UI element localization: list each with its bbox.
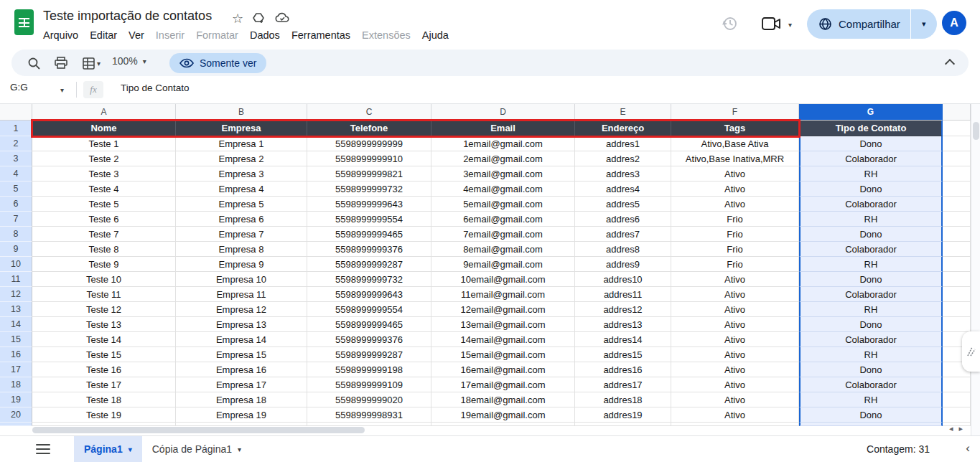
cell-B20[interactable]: Empresa 19: [176, 407, 307, 423]
cell-C7[interactable]: 5598999999554: [307, 212, 431, 227]
row-header-13[interactable]: 13: [0, 302, 32, 317]
vertical-scrollbar-thumb[interactable]: [973, 122, 979, 140]
cell-G9[interactable]: Colaborador: [799, 242, 943, 257]
cell-F20[interactable]: Ativo: [671, 407, 799, 423]
cell-A11[interactable]: Teste 10: [32, 272, 176, 287]
cell-D1[interactable]: Email: [431, 121, 575, 136]
row-header-21[interactable]: [0, 423, 32, 426]
cell-B7[interactable]: Empresa 6: [176, 212, 307, 227]
cloud-saved-icon[interactable]: [274, 11, 290, 27]
share-dropdown-caret[interactable]: ▾: [911, 19, 937, 29]
cell-C4[interactable]: 5598999999821: [307, 166, 431, 182]
avatar[interactable]: A: [942, 11, 966, 35]
cell-F15[interactable]: Ativo: [671, 332, 799, 347]
side-panel-handle[interactable]: [962, 331, 980, 372]
share-button[interactable]: Compartilhar: [807, 9, 910, 39]
cell-stub-20[interactable]: [943, 407, 971, 423]
column-header-B[interactable]: B: [176, 104, 307, 121]
column-header-A[interactable]: A: [32, 104, 176, 121]
video-call-icon[interactable]: [761, 16, 784, 32]
row-header-1[interactable]: 1: [0, 121, 32, 136]
cell-B6[interactable]: Empresa 5: [176, 197, 307, 212]
cell-C2[interactable]: 5598999999999: [307, 136, 431, 151]
cell-A17[interactable]: Teste 16: [32, 362, 176, 377]
cell-A6[interactable]: Teste 5: [32, 197, 176, 212]
cell-stub-14[interactable]: [943, 317, 971, 332]
cell-F19[interactable]: Ativo: [671, 392, 799, 407]
cell-B21[interactable]: [176, 423, 307, 426]
row-header-15[interactable]: 15: [0, 332, 32, 347]
cell-F11[interactable]: Ativo: [671, 272, 799, 287]
column-header-C[interactable]: C: [307, 104, 431, 121]
row-header-4[interactable]: 4: [0, 166, 32, 182]
row-header-18[interactable]: 18: [0, 377, 32, 392]
cell-E20[interactable]: addres19: [575, 407, 671, 423]
cell-D13[interactable]: 12email@gmail.com: [431, 302, 575, 317]
cell-D6[interactable]: 5email@gmail.com: [431, 197, 575, 212]
cell-C10[interactable]: 5598999999287: [307, 257, 431, 272]
cell-C14[interactable]: 5598999999465: [307, 317, 431, 332]
cell-C3[interactable]: 5598999999910: [307, 151, 431, 166]
cell-A2[interactable]: Teste 1: [32, 136, 176, 151]
sheet-tab-pagina1[interactable]: Página1 ▾: [74, 436, 142, 462]
cell-G10[interactable]: RH: [799, 257, 943, 272]
cell-D18[interactable]: 17email@gmail.com: [431, 377, 575, 392]
cell-E12[interactable]: addres11: [575, 287, 671, 302]
cell-G4[interactable]: RH: [799, 166, 943, 182]
column-header-F[interactable]: F: [671, 104, 799, 121]
cell-F2[interactable]: Ativo,Base Ativa: [671, 136, 799, 151]
cell-stub-4[interactable]: [943, 166, 971, 182]
cell-E2[interactable]: addres1: [575, 136, 671, 151]
row-header-6[interactable]: 6: [0, 197, 32, 212]
cell-A18[interactable]: Teste 17: [32, 377, 176, 392]
cell-G13[interactable]: RH: [799, 302, 943, 317]
cell-D4[interactable]: 3email@gmail.com: [431, 166, 575, 182]
zoom-dropdown[interactable]: 100% ▾: [106, 55, 152, 67]
cell-G18[interactable]: Colaborador: [799, 377, 943, 392]
cell-C15[interactable]: 5598999999376: [307, 332, 431, 347]
cell-A15[interactable]: Teste 14: [32, 332, 176, 347]
cell-D21[interactable]: [431, 423, 575, 426]
cell-G12[interactable]: Colaborador: [799, 287, 943, 302]
cell-B9[interactable]: Empresa 8: [176, 242, 307, 257]
cell-B3[interactable]: Empresa 2: [176, 151, 307, 166]
cell-C9[interactable]: 5598999999376: [307, 242, 431, 257]
cell-B19[interactable]: Empresa 18: [176, 392, 307, 407]
row-header-7[interactable]: 7: [0, 212, 32, 227]
cell-C12[interactable]: 5598999999643: [307, 287, 431, 302]
column-header-E[interactable]: E: [575, 104, 671, 121]
row-header-5[interactable]: 5: [0, 182, 32, 197]
cell-F14[interactable]: Ativo: [671, 317, 799, 332]
name-box[interactable]: G:G: [10, 82, 57, 93]
add-to-drive-icon[interactable]: [251, 11, 267, 27]
row-header-19[interactable]: 19: [0, 392, 32, 407]
row-header-11[interactable]: 11: [0, 272, 32, 287]
cell-B13[interactable]: Empresa 12: [176, 302, 307, 317]
cell-A5[interactable]: Teste 4: [32, 182, 176, 197]
cell-F21[interactable]: [671, 423, 799, 426]
cell-F16[interactable]: Ativo: [671, 347, 799, 362]
row-header-14[interactable]: 14: [0, 317, 32, 332]
menu-ver[interactable]: Ver: [123, 27, 150, 44]
cell-G5[interactable]: Dono: [799, 182, 943, 197]
cell-B2[interactable]: Empresa 1: [176, 136, 307, 151]
table-format-caret[interactable]: ▾: [97, 60, 101, 67]
name-box-caret[interactable]: ▾: [60, 86, 64, 94]
cell-D2[interactable]: 1email@gmail.com: [431, 136, 575, 151]
cell-F3[interactable]: Ativo,Base Inativa,MRR: [671, 151, 799, 166]
cell-E16[interactable]: addres15: [575, 347, 671, 362]
document-title[interactable]: Teste importação de contatos: [43, 9, 212, 24]
cell-E6[interactable]: addres5: [575, 197, 671, 212]
cell-F1[interactable]: Tags: [671, 121, 799, 136]
cell-C17[interactable]: 5598999999198: [307, 362, 431, 377]
row-header-2[interactable]: 2: [0, 136, 32, 151]
cell-C13[interactable]: 5598999999554: [307, 302, 431, 317]
cell-D16[interactable]: 15email@gmail.com: [431, 347, 575, 362]
cell-D8[interactable]: 7email@gmail.com: [431, 227, 575, 242]
cell-G20[interactable]: Dono: [799, 407, 943, 423]
formula-input[interactable]: Tipo de Contato: [121, 82, 190, 93]
cell-C6[interactable]: 5598999999643: [307, 197, 431, 212]
cell-stub-18[interactable]: [943, 377, 971, 392]
cell-F12[interactable]: Ativo: [671, 287, 799, 302]
cell-C11[interactable]: 5598999999732: [307, 272, 431, 287]
